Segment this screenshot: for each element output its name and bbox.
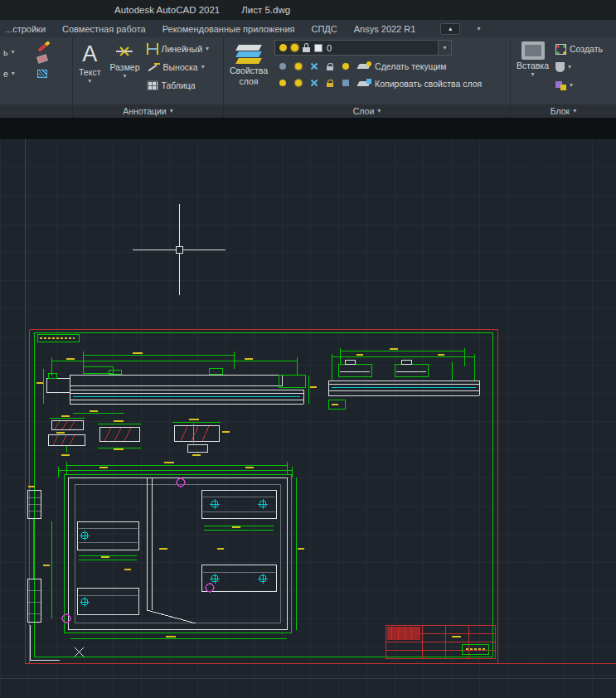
caret-down-icon: ▾: [88, 78, 91, 85]
linear-dimension-icon: [147, 43, 158, 55]
leader-label: Выноска: [163, 62, 198, 72]
caret-down-icon: ▾: [12, 70, 15, 77]
annotations-panel-label: Аннотации: [123, 106, 167, 116]
pickbox: [177, 247, 183, 254]
menu-item-ansys[interactable]: Ansys 2022 R1: [354, 24, 416, 34]
menu-item-settings[interactable]: ...стройки: [5, 24, 46, 34]
caret-down-icon: ▾: [531, 71, 535, 78]
menu-item-featured-apps[interactable]: Рекомендованные приложения: [162, 24, 295, 34]
layer-vp-thaw-button[interactable]: [290, 75, 306, 91]
layer-dropdown-arrow[interactable]: ▾: [438, 41, 451, 55]
paper-border-red: [25, 330, 616, 664]
caret-down-icon: ▾: [206, 46, 209, 52]
layer-off-icon: [279, 63, 286, 70]
menu-item-collaborate[interactable]: Совместная работа: [62, 24, 146, 34]
panel-title-annotations[interactable]: Аннотации ▾: [73, 104, 224, 118]
caret-up-icon: ▴: [449, 25, 452, 32]
side-view-left: [36, 351, 317, 413]
caret-down-icon: ▾: [201, 64, 205, 70]
table-icon: [147, 80, 158, 90]
block-editor-icon: [555, 80, 566, 90]
create-block-button[interactable]: Создать: [555, 40, 603, 58]
layers-panel-label: Слои: [353, 106, 375, 116]
layer-freeze-button[interactable]: [306, 58, 322, 75]
lock-icon: [327, 63, 333, 70]
panel-title-layers[interactable]: Слои ▾: [224, 104, 511, 118]
ribbon-footer: Аннотации ▾ Слои ▾ Блок ▾: [0, 104, 616, 118]
block-editor-button[interactable]: ▾: [555, 76, 603, 95]
eraser-icon[interactable]: [36, 54, 48, 63]
caret-down-icon: ▾: [123, 73, 126, 80]
caret-down-icon: ▾: [570, 82, 573, 89]
truncated-label-top: ь: [3, 47, 7, 57]
linear-dimension-button[interactable]: Линейный ▾: [147, 40, 210, 58]
make-current-icon: [358, 61, 371, 71]
ribbon-collapse-button[interactable]: ▴: [440, 23, 460, 35]
hatch-icon[interactable]: [37, 70, 47, 78]
match-properties-button[interactable]: Копировать свойства слоя: [358, 75, 482, 92]
layer-vp-freeze-button[interactable]: [306, 75, 322, 91]
red-pencil-icon[interactable]: [37, 41, 50, 51]
layer-unlock-button[interactable]: [322, 75, 337, 91]
create-block-label: Создать: [570, 44, 603, 54]
match-properties-icon: [358, 79, 371, 89]
panel-left-truncated: ь ▾ е ▾: [0, 37, 73, 104]
drawing-canvas[interactable]: [0, 118, 616, 698]
attributes-icon: [555, 62, 565, 72]
layer-isolate-button[interactable]: [337, 58, 353, 75]
caret-down-icon: ▾: [573, 108, 576, 114]
panel-annotations: A Текст ▾ Размер ▾ Линейный ▾ Выноска ▾ …: [73, 37, 224, 104]
truncated-label-bottom: е: [3, 69, 8, 79]
layer-off-button[interactable]: [274, 58, 290, 75]
bulb-icon: [342, 63, 349, 70]
layer-lock-icon: [303, 43, 310, 52]
insert-block-label: Вставка: [517, 61, 549, 70]
snowflake-icon: [310, 62, 318, 70]
snowflake-icon: [310, 79, 318, 87]
side-view-right: [328, 348, 479, 410]
layer-properties-label-2: слоя: [240, 76, 259, 86]
leader-icon: [147, 61, 160, 73]
insert-block-icon: [521, 41, 545, 60]
truncated-tool-bottom[interactable]: е ▾: [3, 65, 15, 83]
app-title: Autodesk AutoCAD 2021: [114, 5, 220, 15]
layer-thaw-button[interactable]: [290, 58, 306, 75]
menu-item-spds[interactable]: СПДС: [312, 24, 337, 34]
table-label: Таблица: [162, 80, 196, 90]
truncated-tool-top[interactable]: ь ▾: [3, 43, 15, 61]
detail-views: [49, 416, 230, 455]
layer-tools-grid: [274, 58, 353, 92]
drawing-frame-green: [35, 333, 493, 657]
table-button[interactable]: Таблица: [147, 76, 210, 95]
dimension-button[interactable]: Размер ▾: [107, 40, 142, 102]
leader-button[interactable]: Выноска ▾: [147, 58, 210, 76]
cad-drawing: [0, 118, 616, 698]
layer-walk-icon: [342, 80, 349, 86]
ribbon-collapse-menu-icon[interactable]: ▾: [477, 26, 480, 32]
crosshair-cursor: [133, 204, 226, 295]
bulb-icon: [279, 80, 286, 86]
menubar: ...стройки Совместная работа Рекомендова…: [0, 20, 616, 37]
caret-down-icon: ▾: [11, 49, 14, 56]
document-title: Лист 5.dwg: [241, 5, 290, 15]
text-button[interactable]: A Текст ▾: [76, 40, 103, 102]
layer-walk-button[interactable]: [337, 75, 353, 91]
insert-block-button[interactable]: Вставка ▾: [514, 40, 551, 102]
panel-title-block[interactable]: Блок ▾: [511, 104, 616, 118]
block-attributes-button[interactable]: ▾: [555, 58, 603, 76]
layer-properties-button[interactable]: Свойства слоя: [227, 40, 270, 102]
layer-dropdown[interactable]: 0 ▾: [274, 40, 452, 56]
caret-down-icon: ▾: [170, 108, 173, 114]
layer-lock-button[interactable]: [322, 58, 337, 75]
title-block: [386, 625, 496, 659]
layer-properties-icon: [237, 41, 260, 65]
x-marker: [75, 647, 84, 657]
unlock-icon: [327, 80, 333, 87]
create-block-icon: [555, 44, 566, 55]
make-current-button[interactable]: Сделать текущим: [358, 58, 482, 75]
panel-title-left: [0, 104, 73, 118]
panel-block: Вставка ▾ Создать ▾ ▾: [511, 37, 616, 104]
dimension-label: Размер: [109, 62, 139, 72]
layer-on-button[interactable]: [274, 75, 290, 91]
text-label: Текст: [79, 67, 100, 77]
